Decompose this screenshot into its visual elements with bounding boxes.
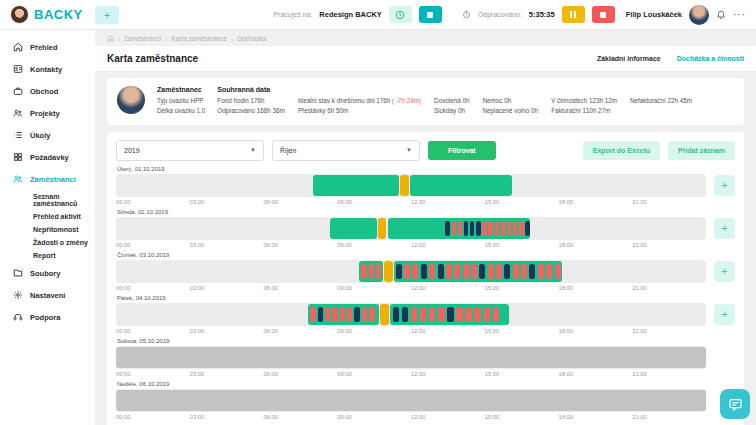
add-record-day-button[interactable]: + xyxy=(714,261,735,282)
billable-activity-segment[interactable] xyxy=(507,221,511,236)
billable-activity-segment[interactable] xyxy=(488,221,492,236)
tab-zakladni-informace[interactable]: Základní informace xyxy=(597,55,661,62)
billable-activity-segment[interactable] xyxy=(538,264,544,279)
add-record-day-button[interactable]: + xyxy=(714,218,735,239)
billable-activity-segment[interactable] xyxy=(471,264,477,279)
work-bar[interactable] xyxy=(394,261,562,282)
billable-activity-segment[interactable] xyxy=(465,307,472,322)
billable-activity-segment[interactable] xyxy=(429,307,436,322)
internal-activity-segment[interactable] xyxy=(504,264,510,279)
billable-activity-segment[interactable] xyxy=(347,307,352,322)
work-bar[interactable] xyxy=(410,175,512,196)
billable-activity-segment[interactable] xyxy=(404,264,410,279)
billable-activity-segment[interactable] xyxy=(482,221,486,236)
pause-bar[interactable] xyxy=(384,261,393,282)
pause-bar[interactable] xyxy=(400,175,409,196)
pause-bar[interactable] xyxy=(380,304,389,325)
billable-activity-segment[interactable] xyxy=(332,307,337,322)
billable-activity-segment[interactable] xyxy=(454,264,460,279)
billable-activity-segment[interactable] xyxy=(376,264,381,279)
sidebar-subitem-nepritomnost[interactable]: Nepřítomnost xyxy=(0,223,95,236)
sidebar-item-projekty[interactable]: Projekty xyxy=(0,102,95,124)
chat-support-button[interactable] xyxy=(720,389,750,419)
billable-activity-segment[interactable] xyxy=(493,307,500,322)
billable-activity-segment[interactable] xyxy=(310,307,315,322)
billable-activity-segment[interactable] xyxy=(369,307,374,322)
day-track[interactable] xyxy=(116,303,706,326)
billable-activity-segment[interactable] xyxy=(452,221,456,236)
work-bar[interactable] xyxy=(330,218,377,239)
sidebar-item-nastaveni[interactable]: Nastavení xyxy=(0,284,95,306)
sidebar-subitem-prehled-aktivit[interactable]: Přehled aktivit xyxy=(0,210,95,223)
month-select[interactable]: Říjen ▼ xyxy=(272,140,420,161)
billable-activity-segment[interactable] xyxy=(501,221,505,236)
work-bar[interactable] xyxy=(313,175,399,196)
billable-activity-segment[interactable] xyxy=(488,264,494,279)
billable-activity-segment[interactable] xyxy=(456,307,463,322)
internal-activity-segment[interactable] xyxy=(470,221,474,236)
internal-activity-segment[interactable] xyxy=(447,307,454,322)
billable-activity-segment[interactable] xyxy=(555,264,561,279)
billable-activity-segment[interactable] xyxy=(362,307,367,322)
sidebar-item-zamestnanci[interactable]: Zaměstnanci xyxy=(0,168,95,190)
billable-activity-segment[interactable] xyxy=(420,307,427,322)
sidebar-item-podpora[interactable]: Podpora xyxy=(0,306,95,328)
day-track[interactable] xyxy=(116,174,706,197)
breadcrumb-item-karta-zamestnance[interactable]: Karta zaměstnance xyxy=(171,35,227,42)
stop-timer-button[interactable] xyxy=(592,6,615,23)
internal-activity-segment[interactable] xyxy=(479,264,485,279)
internal-activity-segment[interactable] xyxy=(393,307,400,322)
pause-bar[interactable] xyxy=(378,218,387,239)
billable-activity-segment[interactable] xyxy=(546,264,552,279)
internal-activity-segment[interactable] xyxy=(529,264,535,279)
billable-activity-segment[interactable] xyxy=(513,221,517,236)
billable-activity-segment[interactable] xyxy=(411,307,418,322)
filter-button[interactable]: Filtrovat xyxy=(428,141,496,160)
notifications-bell-icon[interactable] xyxy=(716,9,726,20)
billable-activity-segment[interactable] xyxy=(361,264,366,279)
weekend-bar[interactable] xyxy=(116,390,706,411)
add-record-day-button[interactable]: + xyxy=(714,175,735,196)
add-record-button[interactable]: Přidat záznam xyxy=(668,141,735,160)
sidebar-subitem-zadosti-o-zmeny[interactable]: Žádosti o změny xyxy=(0,236,95,249)
user-avatar[interactable] xyxy=(689,5,709,25)
breadcrumb-item-dochazka[interactable]: Docházka xyxy=(237,35,266,42)
billable-activity-segment[interactable] xyxy=(463,264,469,279)
billable-activity-segment[interactable] xyxy=(474,307,481,322)
internal-activity-segment[interactable] xyxy=(396,264,402,279)
day-track[interactable] xyxy=(116,346,706,369)
brand-logo[interactable]: BACKY xyxy=(10,5,88,24)
billable-activity-segment[interactable] xyxy=(369,264,374,279)
timer-running-button[interactable] xyxy=(389,6,412,23)
billable-activity-segment[interactable] xyxy=(325,307,330,322)
internal-activity-segment[interactable] xyxy=(438,264,444,279)
sidebar-item-ukoly[interactable]: Úkoly xyxy=(0,124,95,146)
internal-activity-segment[interactable] xyxy=(421,264,427,279)
internal-activity-segment[interactable] xyxy=(525,221,529,236)
billable-activity-segment[interactable] xyxy=(519,221,523,236)
stop-task-button[interactable] xyxy=(419,6,442,23)
year-select[interactable]: 2019 ▼ xyxy=(116,140,264,161)
day-track[interactable] xyxy=(116,217,706,240)
internal-activity-segment[interactable] xyxy=(354,307,359,322)
billable-activity-segment[interactable] xyxy=(495,221,499,236)
billable-activity-segment[interactable] xyxy=(484,307,491,322)
billable-activity-segment[interactable] xyxy=(521,264,527,279)
billable-activity-segment[interactable] xyxy=(429,264,435,279)
internal-activity-segment[interactable] xyxy=(402,307,409,322)
sidebar-item-kontakty[interactable]: Kontakty xyxy=(0,58,95,80)
billable-activity-segment[interactable] xyxy=(458,221,462,236)
add-record-day-button[interactable]: + xyxy=(714,304,735,325)
weekend-bar[interactable] xyxy=(116,347,706,368)
export-excel-button[interactable]: Export do Excelu xyxy=(583,141,660,160)
sidebar-subitem-seznam-zamestnancu[interactable]: Seznam zaměstnanců xyxy=(0,190,95,210)
billable-activity-segment[interactable] xyxy=(513,264,519,279)
billable-activity-segment[interactable] xyxy=(412,264,418,279)
sidebar-item-obchod[interactable]: Obchod xyxy=(0,80,95,102)
pause-timer-button[interactable] xyxy=(562,6,585,23)
sidebar-item-pozadavky[interactable]: Požadavky xyxy=(0,146,95,168)
quick-add-button[interactable]: + xyxy=(95,6,119,24)
billable-activity-segment[interactable] xyxy=(446,264,452,279)
more-menu-icon[interactable]: ··· xyxy=(733,9,746,20)
breadcrumb-item-zamestnanci[interactable]: Zaměstnanci xyxy=(124,35,161,42)
